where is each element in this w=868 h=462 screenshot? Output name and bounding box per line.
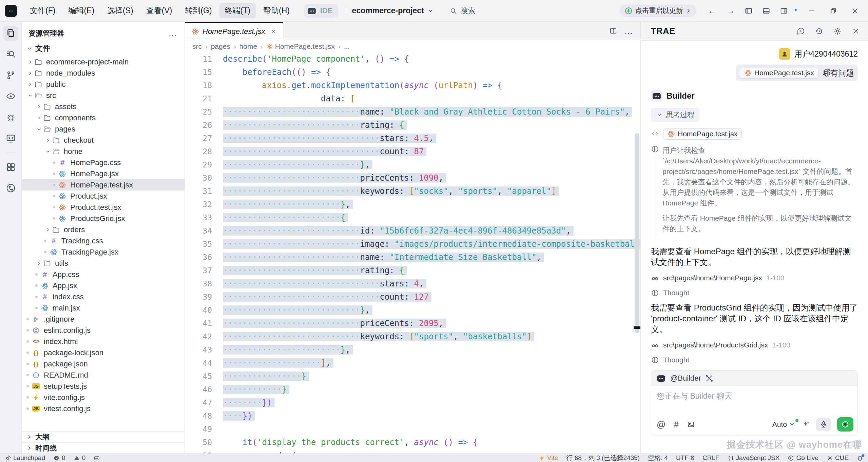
status--68-3-2435-[interactable]: 行 68，列 3 (已选择2435) — [566, 454, 640, 462]
code-line-31[interactable]: 31····························keywords: … — [185, 185, 640, 198]
code-line-34[interactable]: 34····························id: "15b6f… — [185, 224, 640, 238]
tree-file-product-test-jsx[interactable]: Product.test.jsx — [22, 202, 185, 213]
nav-forward-button[interactable]: → — [723, 5, 738, 16]
tree-file-app-jsx[interactable]: App.jsx — [22, 280, 185, 291]
thought-row[interactable]: Thought — [651, 289, 858, 297]
breadcrumb[interactable]: src›pages›home›HomePage.test.jsx›... — [185, 40, 640, 53]
new-chat-icon[interactable] — [797, 27, 805, 35]
code-line-40[interactable]: 40····························}, — [185, 304, 640, 317]
scrollbar-thumb[interactable] — [635, 133, 639, 333]
code-line-45[interactable]: 45················} — [185, 370, 640, 383]
menu-5[interactable]: 转到(G) — [179, 3, 217, 18]
breadcrumb-item[interactable]: HomePage.test.jsx — [266, 42, 335, 51]
status-robot-small[interactable] — [94, 455, 100, 461]
tree-folder-src[interactable]: src — [22, 90, 185, 101]
gear-icon[interactable] — [833, 27, 842, 35]
model-mode-select[interactable]: Auto — [772, 420, 795, 428]
status-bell[interactable] — [857, 455, 863, 461]
status-launchpad[interactable]: Launchpad — [5, 454, 45, 462]
restart-to-update-button[interactable]: 点击重启以更新 — [620, 4, 696, 17]
tree-file-vite-config-js[interactable]: vite.config.js — [22, 392, 185, 403]
tree-file-productsgrid-jsx[interactable]: ProductsGrid.jsx — [22, 213, 185, 224]
tree-folder-ecommerce-project-main[interactable]: ecommerce-project-main — [22, 56, 185, 67]
tree-folder-checkout[interactable]: checkout — [22, 135, 185, 146]
code-line-48[interactable]: 48····}) — [185, 409, 640, 423]
hash-icon[interactable]: # — [674, 419, 678, 430]
code-line-36[interactable]: 36····························name: "Int… — [185, 251, 640, 264]
menu-6[interactable]: 终端(T) — [219, 3, 256, 18]
file-chip[interactable]: HomePage.test.jsx — [740, 67, 818, 79]
status-vite[interactable]: Vite — [539, 454, 558, 462]
tree-file-app-css[interactable]: #App.css — [22, 269, 185, 280]
activity-source-control-icon[interactable] — [3, 68, 18, 83]
toggle-bottom-panel-icon[interactable] — [759, 5, 774, 17]
code-line-38[interactable]: 38································stars:… — [185, 277, 640, 290]
viewed-file-row[interactable]: src\pages\home\HomePage.jsx1-100 — [651, 274, 858, 282]
menu-1[interactable]: 文件(F) — [24, 3, 61, 18]
status-cue[interactable]: CUE — [827, 454, 849, 462]
code-line-29[interactable]: 29····························}, — [185, 158, 640, 172]
menu-4[interactable]: 查看(V) — [141, 3, 178, 18]
code-editor[interactable]: 11describe('HomePage component', () => {… — [185, 53, 640, 454]
thinking-process-toggle[interactable]: 思考过程 — [651, 108, 700, 122]
code-line-15[interactable]: 15 beforeEach(() => { — [185, 66, 640, 79]
breadcrumb-item[interactable]: ... — [344, 42, 350, 51]
code-line-39[interactable]: 39································count:… — [185, 290, 640, 304]
nav-back-button[interactable]: ← — [705, 5, 720, 16]
code-line-28[interactable]: 28································count:… — [185, 145, 640, 158]
tree-file-homepage-jsx[interactable]: HomePage.jsx — [22, 168, 185, 179]
window-close-button[interactable] — [846, 5, 865, 17]
tree-folder-public[interactable]: public — [22, 79, 185, 90]
image-attach-icon[interactable] — [687, 420, 695, 428]
sparkle-icon[interactable] — [801, 420, 810, 429]
mention-icon[interactable]: @ — [657, 419, 666, 430]
project-selector[interactable]: ecommerce-project — [352, 6, 433, 15]
tree-file-trackingpage-jsx[interactable]: TrackingPage.jsx — [22, 246, 185, 258]
explorer-more-button[interactable]: … — [168, 32, 178, 35]
toggle-right-sidebar-icon[interactable] — [776, 5, 791, 17]
history-icon[interactable] — [815, 27, 823, 35]
code-line-21[interactable]: 21 data: [ — [185, 92, 640, 105]
tree-folder-pages[interactable]: pages — [22, 123, 185, 135]
tree-file-main-jsx[interactable]: main.jsx — [22, 302, 185, 314]
status--4[interactable]: 空格: 4 — [648, 454, 668, 462]
code-line-43[interactable]: 43························}, — [185, 343, 640, 357]
editor-more-button[interactable]: … — [624, 29, 634, 33]
tree-file-setuptests-js[interactable]: JSsetupTests.js — [22, 381, 185, 392]
tree-file-product-jsx[interactable]: Product.jsx — [22, 190, 185, 202]
tree-file--gitignore[interactable]: .gitignore — [22, 314, 185, 325]
send-button[interactable] — [837, 417, 853, 431]
window-minimize-button[interactable] — [802, 5, 821, 17]
menu-2[interactable]: 编辑(E) — [63, 3, 100, 18]
status-0[interactable]: 0 — [53, 454, 65, 462]
code-line-11[interactable]: 11describe('HomePage component', () => { — [185, 53, 640, 66]
activity-search-icon[interactable] — [3, 47, 18, 62]
code-line-41[interactable]: 41····························priceCents… — [185, 317, 640, 330]
code-line-49[interactable]: 49 — [185, 423, 640, 436]
code-line-32[interactable]: 32························}, — [185, 198, 640, 211]
code-line-51[interactable]: 51 render( — [185, 449, 640, 454]
breadcrumb-item[interactable]: pages — [211, 42, 230, 51]
editor-scrollbar[interactable] — [634, 53, 640, 454]
tab-close-icon[interactable] — [271, 28, 277, 35]
tree-file-readme-md[interactable]: README.md — [22, 369, 185, 381]
code-line-44[interactable]: 44····················], — [185, 357, 640, 370]
activity-debug-icon[interactable] — [3, 110, 18, 125]
activity-console-icon[interactable] — [3, 131, 18, 146]
tree-folder-components[interactable]: components — [22, 112, 185, 123]
tree-file-package-lock-json[interactable]: {}package-lock.json — [22, 347, 185, 358]
status-utf-8[interactable]: UTF-8 — [676, 454, 694, 462]
global-search[interactable]: 搜索 — [449, 6, 476, 16]
ide-mode-toggle[interactable]: IDE — [304, 4, 338, 18]
close-panel-icon[interactable] — [852, 27, 860, 35]
tree-file-homepage-test-jsx[interactable]: HomePage.test.jsx — [22, 179, 185, 190]
viewed-file-row[interactable]: src\pages\home\ProductsGrid.jsx1-100 — [651, 341, 858, 349]
status-go-live[interactable]: Go Live — [788, 454, 818, 462]
activity-extensions-icon[interactable] — [3, 160, 18, 175]
timeline-section-header[interactable]: 时间线 — [22, 442, 185, 454]
code-line-27[interactable]: 27································stars:… — [185, 132, 640, 145]
breadcrumb-item[interactable]: home — [239, 42, 257, 51]
toggle-left-sidebar-icon[interactable] — [741, 5, 756, 17]
tree-folder-orders[interactable]: orders — [22, 224, 185, 235]
tree-folder-node-modules[interactable]: node_modules — [22, 67, 185, 79]
